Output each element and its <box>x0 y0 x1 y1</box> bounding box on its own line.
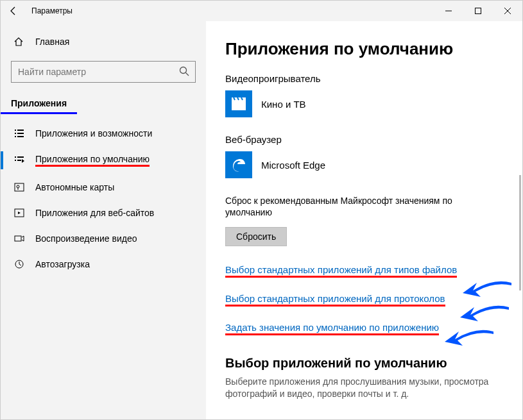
svg-rect-8 <box>15 133 16 134</box>
search-wrap <box>11 61 196 83</box>
nav-label: Автономные карты <box>35 182 114 192</box>
nav-offline-maps[interactable]: Автономные карты <box>1 174 206 200</box>
svg-rect-9 <box>17 133 24 134</box>
nav-apps-features[interactable]: Приложения и возможности <box>1 121 206 146</box>
close-button[interactable] <box>493 1 522 21</box>
minimize-button[interactable] <box>434 1 463 21</box>
titlebar: Параметры <box>1 1 522 21</box>
svg-line-23 <box>19 264 21 265</box>
svg-rect-12 <box>15 156 16 158</box>
link-file-types[interactable]: Выбор стандартных приложений для типов ф… <box>225 264 457 278</box>
window-title: Параметры <box>31 6 73 15</box>
svg-rect-11 <box>17 136 24 137</box>
startup-icon <box>13 259 25 269</box>
nav-default-apps[interactable]: Приложения по умолчанию <box>1 146 206 174</box>
reset-button[interactable]: Сбросить <box>225 227 287 246</box>
map-icon <box>13 182 25 192</box>
svg-rect-1 <box>476 8 481 14</box>
nav-label: Приложения и возможности <box>35 128 152 139</box>
section-heading: Приложения <box>1 96 77 114</box>
edge-icon <box>225 151 252 178</box>
video-icon <box>13 233 25 244</box>
scrollbar[interactable] <box>519 175 521 290</box>
svg-point-4 <box>180 67 187 74</box>
browser-app-name: Microsoft Edge <box>261 160 325 171</box>
nav-label: Приложения по умолчанию <box>35 154 150 167</box>
websites-icon <box>13 208 25 218</box>
list-icon <box>13 128 25 139</box>
section2-title: Выбор приложений по умолчанию <box>225 356 503 371</box>
browser-label: Веб-браузер <box>225 134 503 145</box>
window-controls <box>434 1 522 21</box>
link-protocols[interactable]: Выбор стандартных приложений для протоко… <box>225 293 445 307</box>
svg-rect-7 <box>17 130 24 131</box>
svg-rect-20 <box>15 236 21 241</box>
nav-startup[interactable]: Автозагрузка <box>1 251 206 277</box>
svg-rect-6 <box>15 130 16 131</box>
search-input[interactable] <box>11 61 196 83</box>
home-icon <box>13 37 25 47</box>
browser-row[interactable]: Microsoft Edge <box>225 151 503 178</box>
nav-label: Приложения для веб-сайтов <box>35 208 154 218</box>
home-nav[interactable]: Главная <box>1 31 206 52</box>
defaults-icon <box>13 155 25 165</box>
svg-rect-15 <box>17 160 21 161</box>
nav-list: Приложения и возможности Приложения по у… <box>1 121 206 277</box>
video-player-row[interactable]: Кино и ТВ <box>225 90 503 117</box>
video-player-label: Видеопроигрыватель <box>225 73 503 84</box>
reset-description: Сброс к рекомендованным Майкрософт значе… <box>225 195 495 218</box>
home-label: Главная <box>35 37 69 47</box>
svg-rect-24 <box>232 100 246 110</box>
search-icon <box>179 66 189 79</box>
annotation-arrow <box>443 328 495 353</box>
svg-rect-10 <box>15 136 16 137</box>
svg-rect-13 <box>17 156 24 158</box>
maximize-button[interactable] <box>463 1 493 21</box>
back-button[interactable] <box>1 1 26 21</box>
sidebar: Главная Приложения Приложения и возможно… <box>1 21 206 419</box>
annotation-arrow <box>459 303 510 329</box>
video-app-name: Кино и ТВ <box>261 99 306 110</box>
svg-point-17 <box>17 185 19 188</box>
movies-tv-icon <box>225 90 252 117</box>
svg-rect-14 <box>15 160 16 161</box>
annotation-arrow <box>461 279 513 305</box>
nav-apps-websites[interactable]: Приложения для веб-сайтов <box>1 200 206 226</box>
section2-desc: Выберите приложения для прослушивания му… <box>225 376 503 400</box>
page-title: Приложения по умолчанию <box>225 39 503 59</box>
nav-label: Воспроизведение видео <box>35 233 137 244</box>
svg-line-5 <box>186 73 189 76</box>
main-panel: Приложения по умолчанию Видеопроигрывате… <box>206 21 522 419</box>
nav-label: Автозагрузка <box>35 259 90 269</box>
link-by-app[interactable]: Задать значения по умолчанию по приложен… <box>225 322 439 335</box>
nav-video-playback[interactable]: Воспроизведение видео <box>1 226 206 251</box>
